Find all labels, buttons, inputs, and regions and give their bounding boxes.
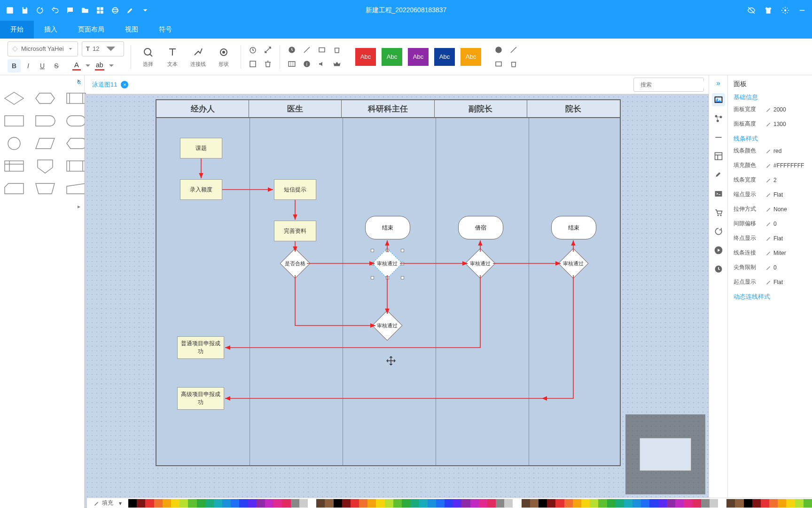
refresh-icon[interactable]	[36, 6, 44, 15]
palette-color[interactable]	[718, 499, 726, 508]
palette-color[interactable]	[795, 499, 804, 508]
shape-card[interactable]	[2, 180, 26, 198]
palette-color[interactable]	[257, 499, 265, 508]
sound-icon[interactable]	[317, 59, 327, 69]
lane-header[interactable]: 科研科主任	[342, 100, 434, 117]
search-input[interactable]	[640, 81, 711, 88]
shape-hexagon[interactable]	[33, 89, 57, 107]
palette-color[interactable]	[248, 499, 257, 508]
fill-mode[interactable]: 填充 ▾	[87, 499, 128, 507]
palette-color[interactable]	[470, 499, 479, 508]
palette-color[interactable]	[359, 499, 367, 508]
underline-button[interactable]: U	[36, 59, 49, 72]
font-size-select[interactable]: T12	[82, 41, 124, 56]
palette-color[interactable]	[692, 499, 701, 508]
font-select[interactable]: Microsoft YaHei	[8, 41, 78, 56]
tab-insert[interactable]: 插入	[34, 21, 68, 39]
palette-color[interactable]	[214, 499, 222, 508]
tab-layout[interactable]: 页面布局	[68, 21, 115, 39]
node-process[interactable]: 短信提示	[274, 179, 316, 200]
undo-icon[interactable]	[51, 6, 59, 15]
prop-join[interactable]: Miter	[765, 250, 786, 256]
palette-color[interactable]	[479, 499, 487, 508]
palette-color[interactable]	[461, 499, 470, 508]
palette-color[interactable]	[282, 499, 290, 508]
search-box[interactable]	[633, 78, 704, 92]
tool-history-icon[interactable]	[712, 262, 725, 276]
prop-startcap[interactable]: Flat	[765, 279, 783, 286]
trash-icon[interactable]	[263, 59, 273, 69]
palette-color[interactable]	[667, 499, 675, 508]
node-process[interactable]: 课题	[180, 138, 222, 159]
palette-color[interactable]	[410, 499, 419, 508]
palette-color[interactable]	[710, 499, 718, 508]
palette-color[interactable]	[419, 499, 427, 508]
palette-color[interactable]	[265, 499, 273, 508]
ie-icon[interactable]	[111, 6, 119, 15]
palette-color[interactable]	[428, 499, 436, 508]
palette-color[interactable]	[436, 499, 445, 508]
shape-diamond[interactable]	[2, 89, 26, 107]
tool-sync-icon[interactable]	[712, 225, 725, 238]
tool-cart-icon[interactable]	[712, 206, 725, 219]
chat-icon[interactable]	[66, 6, 74, 15]
tool-layout-icon[interactable]	[712, 150, 725, 163]
tool-select[interactable]: 选择	[138, 46, 158, 68]
palette-color[interactable]	[598, 499, 607, 508]
folder-icon[interactable]	[81, 6, 89, 15]
palette-color[interactable]	[231, 499, 239, 508]
fit-icon[interactable]	[508, 45, 519, 55]
node-decision[interactable]: 审核通过	[558, 248, 588, 278]
resize-icon[interactable]	[263, 45, 273, 55]
palette-color[interactable]	[632, 499, 641, 508]
clock-icon[interactable]	[287, 45, 297, 55]
palette-color[interactable]	[496, 499, 504, 508]
tool-play-icon[interactable]	[712, 244, 725, 257]
shape-internal[interactable]	[2, 157, 26, 175]
node-process[interactable]: 录入额度	[180, 179, 222, 200]
palette-color[interactable]	[684, 499, 692, 508]
tool-image-icon[interactable]	[712, 93, 725, 106]
palette-color[interactable]	[744, 499, 752, 508]
prop-fillcolor[interactable]: #FFFFFFFF	[765, 162, 804, 169]
palette-color[interactable]	[624, 499, 632, 508]
shape-manual[interactable]	[33, 180, 57, 198]
palette-color[interactable]	[769, 499, 778, 508]
rect-icon[interactable]	[317, 45, 327, 55]
crown-icon[interactable]	[332, 59, 342, 69]
delete-icon[interactable]	[332, 45, 342, 55]
expand-right-icon[interactable]: »	[716, 79, 720, 87]
gear-icon[interactable]	[781, 6, 789, 15]
palette-color[interactable]	[539, 499, 547, 508]
rect2-icon[interactable]	[493, 59, 504, 69]
palette-color[interactable]	[222, 499, 231, 508]
palette-color[interactable]	[453, 499, 461, 508]
node-process[interactable]: 高级项目申报成功	[177, 387, 224, 410]
palette-color[interactable]	[385, 499, 393, 508]
prop-endcap[interactable]: Flat	[765, 235, 783, 242]
swatch-purple[interactable]: Abc	[408, 48, 429, 66]
palette-color[interactable]	[641, 499, 649, 508]
timer-icon[interactable]	[248, 45, 258, 55]
swatch-green[interactable]: Abc	[382, 48, 402, 66]
palette-color[interactable]	[649, 499, 658, 508]
text-color-button[interactable]: A	[72, 61, 81, 71]
palette-color[interactable]	[547, 499, 555, 508]
palette-color[interactable]	[128, 499, 137, 508]
close-tab-icon[interactable]: ×	[121, 81, 128, 88]
palette-color[interactable]	[564, 499, 573, 508]
palette-color[interactable]	[299, 499, 308, 508]
film-icon[interactable]	[287, 59, 297, 69]
tool-connect[interactable]: 连接线	[187, 46, 210, 68]
palette-color[interactable]	[351, 499, 359, 508]
palette-color[interactable]	[316, 499, 325, 508]
lane-header[interactable]: 经办人	[156, 100, 249, 117]
category-up[interactable]: ▸	[0, 75, 84, 86]
shape-circle[interactable]	[2, 135, 26, 152]
palette-color[interactable]	[487, 499, 496, 508]
palette-color[interactable]	[786, 499, 795, 508]
palette-color[interactable]	[616, 499, 624, 508]
box-icon[interactable]	[248, 59, 258, 69]
doc-tab[interactable]: 泳道图11×	[89, 79, 131, 91]
palette-color[interactable]	[393, 499, 402, 508]
